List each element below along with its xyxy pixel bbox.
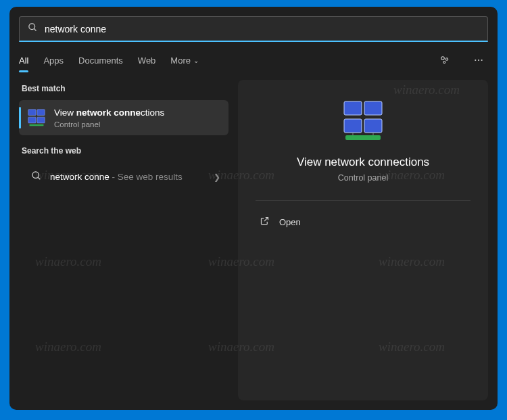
result-subtitle: Control panel xyxy=(54,120,220,129)
search-icon xyxy=(27,170,42,184)
chevron-right-icon: ❯ xyxy=(214,172,220,182)
svg-rect-8 xyxy=(28,110,36,116)
svg-rect-17 xyxy=(344,119,362,133)
search-icon xyxy=(28,22,38,35)
network-connections-icon xyxy=(341,100,385,143)
search-highlights-icon[interactable] xyxy=(435,51,454,70)
svg-point-5 xyxy=(475,60,476,61)
svg-line-1 xyxy=(34,28,36,30)
svg-rect-15 xyxy=(344,101,362,115)
tab-more[interactable]: More⌄ xyxy=(170,54,199,67)
svg-rect-10 xyxy=(28,117,36,123)
preview-subtitle: Control panel xyxy=(256,173,470,183)
svg-point-3 xyxy=(445,58,448,60)
svg-point-13 xyxy=(32,172,39,178)
open-action[interactable]: Open xyxy=(256,208,470,236)
svg-rect-19 xyxy=(345,135,381,140)
svg-rect-11 xyxy=(37,117,45,123)
preview-panel: View network connections Control panel O… xyxy=(238,80,488,400)
svg-point-2 xyxy=(441,57,445,60)
search-bar[interactable] xyxy=(19,16,488,42)
preview-title: View network connections xyxy=(256,156,470,169)
svg-rect-9 xyxy=(37,110,45,116)
network-connections-icon xyxy=(27,108,46,127)
result-view-network-connections[interactable]: View network connections Control panel xyxy=(19,100,228,135)
search-web-label: Search the web xyxy=(22,146,226,156)
divider xyxy=(256,200,470,201)
tab-apps[interactable]: Apps xyxy=(43,54,64,67)
svg-rect-12 xyxy=(30,124,44,126)
svg-rect-16 xyxy=(364,101,382,115)
chevron-down-icon: ⌄ xyxy=(193,57,199,64)
search-input[interactable] xyxy=(45,24,479,34)
more-options-icon[interactable] xyxy=(469,51,488,70)
tab-documents[interactable]: Documents xyxy=(78,54,123,67)
svg-line-14 xyxy=(38,177,40,179)
svg-rect-18 xyxy=(364,119,382,133)
svg-point-7 xyxy=(481,60,483,61)
open-external-icon xyxy=(260,216,270,228)
svg-point-0 xyxy=(29,24,35,30)
filter-tabs: All Apps Documents Web More⌄ xyxy=(19,50,488,70)
results-column: Best match View network connections xyxy=(19,80,228,400)
open-label: Open xyxy=(279,217,301,227)
best-match-label: Best match xyxy=(22,84,226,93)
result-title: View network connections xyxy=(54,107,220,119)
web-result-text: network conne - See web results xyxy=(50,172,206,182)
start-search-window: All Apps Documents Web More⌄ Best match xyxy=(9,7,498,410)
web-result-network-conne[interactable]: network conne - See web results ❯ xyxy=(19,162,228,192)
tab-web[interactable]: Web xyxy=(138,54,156,67)
svg-point-6 xyxy=(478,60,479,61)
tab-all[interactable]: All xyxy=(19,54,28,67)
svg-point-4 xyxy=(443,62,445,64)
